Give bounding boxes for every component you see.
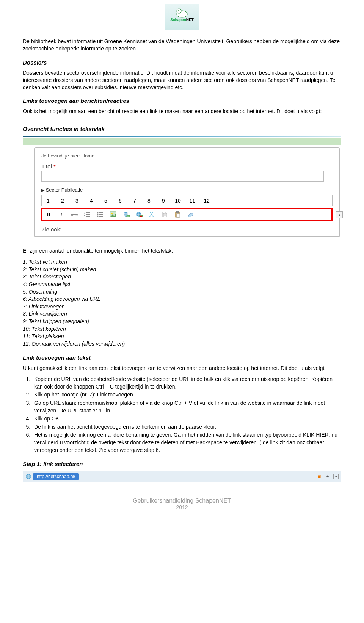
toolbar-highlight: B I abc 123 ▲ — [41, 208, 333, 221]
bold-button[interactable]: B — [45, 211, 52, 218]
num-11: 11 — [189, 198, 196, 204]
func-4: 4: Genummerde lijst — [23, 281, 341, 288]
links-paragraph: Ook is het mogelijk om aan een bericht o… — [23, 108, 341, 115]
func-9: 9: Tekst knippen (weghalen) — [23, 318, 341, 326]
globe-icon — [25, 474, 31, 480]
gradient-rule — [23, 136, 341, 137]
heading-link-toevoegen-tekst: Link toevoegen aan tekst — [23, 354, 341, 361]
bookmark-icon[interactable]: ★ — [325, 474, 330, 479]
image-icon[interactable] — [109, 211, 117, 218]
num-3: 3 — [74, 198, 80, 204]
num-4: 4 — [88, 198, 95, 204]
num-5: 5 — [102, 198, 109, 204]
step-5: De link is aan het bericht toegevoegd en… — [32, 423, 341, 431]
svg-rect-33 — [177, 214, 180, 217]
func-10: 10: Tekst kopiëren — [23, 326, 341, 333]
italic-button[interactable]: I — [58, 211, 65, 218]
zie-ook-label: Zie ook: — [41, 226, 333, 233]
svg-rect-19 — [127, 215, 130, 217]
svg-point-24 — [149, 216, 151, 217]
func-3: 3: Tekst doorstrepen — [23, 273, 341, 281]
url-bar-right: ▣ ★ ▾ — [317, 474, 339, 479]
svg-rect-8 — [86, 216, 90, 217]
url-bar: http://hetschaap.nl/ ▣ ★ ▾ — [23, 471, 341, 482]
svg-rect-12 — [99, 214, 103, 215]
functions-list: 1: Tekst vet maken 2: Tekst cursief (sch… — [23, 258, 341, 348]
step-4: Klik op OK. — [32, 415, 341, 423]
intro-paragraph: De bibliotheek bevat informatie uit Groe… — [23, 38, 341, 52]
svg-point-2 — [178, 10, 179, 11]
svg-point-11 — [97, 214, 99, 216]
func-7: 7: Link toevoegen — [23, 303, 341, 311]
header-logo: SchapenNET — [23, 4, 341, 30]
functions-intro: Er zijn een aantal functionaliteiten mog… — [23, 247, 341, 255]
number-row: 1 2 3 4 5 6 7 8 9 10 11 12 — [41, 195, 333, 206]
func-1: 1: Tekst vet maken — [23, 258, 341, 266]
strikethrough-button[interactable]: abc — [71, 211, 78, 218]
num-1: 1 — [45, 198, 52, 204]
logo-text-black: NET — [186, 18, 194, 22]
breadcrumb: Je bevindt je hier: Home — [41, 153, 333, 159]
heading-links-toevoegen: Links toevoegen aan berichten/reacties — [23, 98, 341, 104]
copy-icon[interactable] — [161, 211, 168, 218]
title-label: Titel * — [41, 163, 333, 170]
num-2: 2 — [59, 198, 66, 204]
cut-icon[interactable] — [148, 211, 155, 218]
step-3: Ga op URL staan: rechtermuisknop: plakke… — [32, 400, 341, 414]
num-6: 6 — [117, 198, 124, 204]
sheep-icon — [174, 6, 190, 19]
unordered-list-icon[interactable] — [96, 211, 104, 218]
ordered-list-icon[interactable]: 123 — [83, 211, 91, 218]
num-9: 9 — [160, 198, 167, 204]
func-5: 5: Opsomming — [23, 288, 341, 296]
svg-rect-32 — [176, 211, 179, 213]
feed-icon[interactable]: ▣ — [317, 474, 322, 479]
steps-list: Kopieer de URL van de desbetreffende web… — [32, 376, 341, 454]
func-11: 11: Tekst plakken — [23, 333, 341, 340]
func-2: 2: Tekst cursief (schuin) maken — [23, 266, 341, 274]
heading-dossiers: Dossiers — [23, 59, 341, 66]
func-8: 8: Link verwijderen — [23, 310, 341, 318]
breadcrumb-prefix: Je bevindt je hier: — [41, 153, 82, 159]
unlink-icon[interactable] — [135, 211, 143, 218]
required-asterisk: * — [53, 163, 56, 170]
page-footer: Gebruikershandleiding SchapenNET 2012 — [23, 497, 341, 510]
title-input[interactable] — [41, 171, 324, 182]
svg-point-16 — [111, 213, 113, 214]
url-text[interactable]: http://hetschaap.nl/ — [33, 473, 79, 480]
sector-row[interactable]: ▶ Sector Publicatie — [41, 187, 333, 193]
footer-title: Gebruikershandleiding SchapenNET — [133, 497, 231, 504]
collapse-up-icon[interactable]: ▲ — [336, 211, 343, 218]
num-7: 7 — [131, 198, 138, 204]
eraser-icon[interactable] — [187, 211, 194, 218]
logo-box: SchapenNET — [165, 4, 199, 30]
svg-point-25 — [152, 216, 154, 217]
svg-point-1 — [177, 9, 181, 13]
svg-rect-10 — [99, 212, 103, 213]
svg-rect-4 — [86, 212, 90, 213]
svg-point-13 — [97, 216, 99, 217]
green-strip — [23, 138, 341, 145]
step-6: Het is mogelijk de link nog een andere b… — [32, 431, 341, 454]
num-12: 12 — [203, 198, 210, 204]
dropdown-icon[interactable]: ▾ — [333, 474, 339, 479]
footer-year: 2012 — [23, 504, 341, 510]
heading-overzicht: Overzicht functies in tekstvlak — [23, 126, 341, 132]
func-6: 6: Afbeelding toevoegen via URL — [23, 296, 341, 303]
breadcrumb-home-link[interactable]: Home — [82, 153, 95, 159]
heading-stap1: Stap 1: link selecteren — [23, 461, 341, 467]
link-icon[interactable] — [122, 211, 130, 218]
num-8: 8 — [146, 198, 152, 204]
linktekst-paragraph: U kunt gemakkelijk een link aan een teks… — [23, 365, 341, 372]
func-12: 12: Opmaak verwijderen (alles verwijdere… — [23, 340, 341, 348]
triangle-right-icon: ▶ — [41, 188, 44, 192]
svg-point-9 — [97, 212, 99, 214]
svg-text:3: 3 — [84, 216, 85, 217]
logo-text-green: Schapen — [170, 18, 186, 22]
svg-rect-14 — [99, 216, 103, 217]
num-10: 10 — [174, 198, 181, 204]
paste-icon[interactable] — [174, 211, 181, 218]
svg-rect-6 — [86, 214, 90, 215]
sector-label: Sector Publicatie — [46, 187, 83, 193]
title-label-text: Titel — [41, 163, 52, 170]
